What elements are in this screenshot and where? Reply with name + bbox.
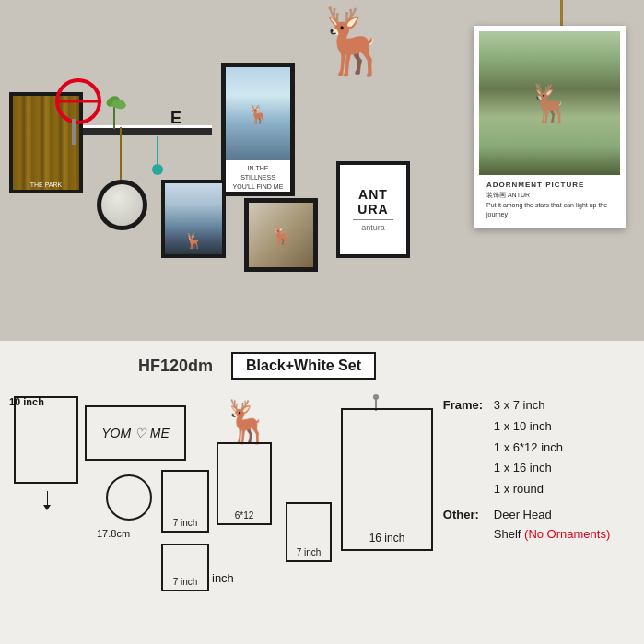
arrow-down [43,491,51,510]
frame-square-center: 🦌 [244,198,318,272]
16inch-label: 16 inch [369,532,405,544]
diag-7inch-1: 7 inch [161,470,209,533]
no-ornaments-highlight: (No Ornaments) [524,527,610,541]
deer-small-icon: 🦌 [247,103,270,125]
frame-tall-text: IN THE STILLNESS YOU'LL FIND ME [226,160,290,194]
frame-val-2: 1 x 10 inch [494,417,563,437]
antura-text2: URA [357,202,388,217]
other-spec-label: Other: [443,506,494,544]
plant [101,92,129,129]
diag-round [106,474,152,521]
deer-square-icon: 🦌 [270,224,293,246]
teal-string [157,136,158,164]
diag-16inch-frame: 16 inch [341,408,433,551]
diag-6x12-frame: 6*12 [217,442,272,525]
set-badge: Black+White Set [231,352,376,380]
frame-logs-caption: THE PARK [29,180,64,190]
deer-big-icon: 🦌 [527,82,573,125]
diag-yom-frame: YOM ♡ ME [85,405,186,461]
7inch-2-label: 7 inch [173,577,198,587]
plant-stem [113,106,115,129]
spec-area: Frame: 3 x 7 inch 1 x 10 inch 1 x 6*12 i… [434,392,635,613]
diag-10inch-frame [14,396,78,484]
rope-right [560,0,563,28]
frame-antura: ANT URA antura [336,161,410,258]
deer-forest-icon: 🦌 [184,232,203,250]
7inch-1-label: 7 inch [173,518,198,528]
frame-val-4: 1 x 16 inch [494,459,563,478]
frame-med-left: 🦌 [161,180,226,258]
diag-7inch-deer: 7 inch [286,502,332,562]
other-spec-values: Deer Head Shelf (No Ornaments) [494,506,610,544]
letter-e: E [170,109,181,128]
caption-sub: 装饰画 ANTUR [486,191,613,201]
bottom-header: HF120dm Black+White Set [0,341,644,387]
product-code: HF120dm [138,357,213,376]
frame-tall-center: 🦌 IN THE STILLNESS YOU'LL FIND ME [221,63,295,196]
wall-display: THE PARK E 🦌 IN THE STILLNESS YOU'LL FIN… [0,0,644,341]
diagrams-area: 10 inch YOM ♡ ME 17.8cm 7 inch 7 inch [9,392,429,613]
frame-spec-label: Frame: [443,396,494,501]
caption-title: ADORNMENT PICTURE [486,180,613,191]
6x12-label: 6*12 [235,510,254,521]
frame-val-5: 1 x round [494,480,563,499]
frame-large-right-caption: ADORNMENT PICTURE 装饰画 ANTUR Put it among… [479,175,620,225]
antura-line [353,219,392,220]
frame-spec-row: Frame: 3 x 7 inch 1 x 10 inch 1 x 6*12 i… [443,396,626,501]
bottom-content: 10 inch YOM ♡ ME 17.8cm 7 inch 7 inch [0,387,644,617]
frame-tall-image: 🦌 [226,67,290,160]
arrow-line [47,491,48,505]
other-spec-row: Other: Deer Head Shelf (No Ornaments) [443,506,626,544]
inch-label: inch [212,571,234,585]
deer-head-3d: 🦌 [313,9,393,74]
frame-spec-values: 3 x 7 inch 1 x 10 inch 1 x 6*12 inch 1 x… [494,396,563,501]
other-val-2: Shelf (No Ornaments) [494,525,610,544]
frame-val-3: 1 x 6*12 inch [494,439,563,458]
product-info: HF120dm Black+White Set 10 inch YOM ♡ ME… [0,341,644,644]
deer-diag: 🦌 [221,401,273,442]
diag-7inch-2: 7 inch [161,544,209,591]
teal-circle [152,164,163,175]
racket [51,78,106,143]
frame-large-right-image: 🦌 [479,31,620,175]
diag-10inch-label: 10 inch [9,396,44,407]
yom-label: YOM ♡ ME [101,426,170,440]
arrow-head [43,505,51,510]
mirror-rope [120,127,122,182]
antura-subtext: antura [361,223,385,232]
frame-square-image: 🦌 [249,203,313,267]
racket-handle [72,119,76,145]
frame-val-1: 3 x 7 inch [494,396,563,416]
7inch-deer-label: 7 inch [297,547,322,557]
frame-med-image: 🦌 [165,183,222,254]
frame-large-right: 🦌 ADORNMENT PICTURE 装饰画 ANTUR Put it amo… [474,26,626,228]
teal-ornament [152,136,163,175]
antura-text1: ANT [358,187,388,202]
mirror-round [97,180,147,230]
racket-head [55,78,101,124]
other-val-1: Deer Head [494,506,610,525]
caption-body: Put it among the stars that can light up… [486,201,613,220]
diag-round-label: 17.8cm [97,528,130,539]
